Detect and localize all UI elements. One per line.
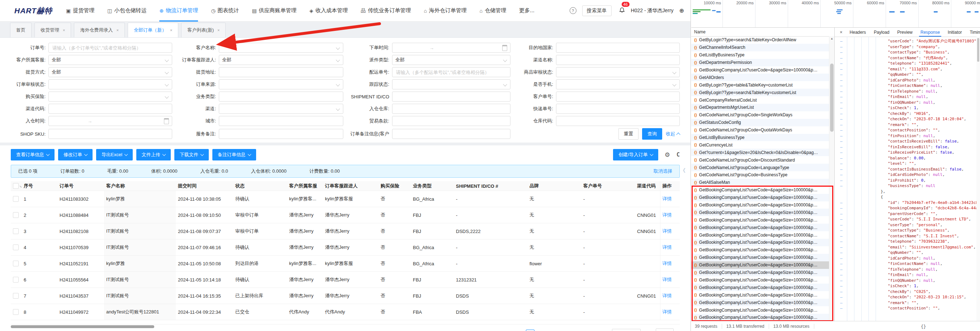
- input-channel-code[interactable]: [52, 106, 169, 112]
- request-row[interactable]: {}GetByLogin?Type=search&TableKey=OrderA…: [691, 36, 829, 44]
- request-row[interactable]: {}GetBookingCompanyList?userCode=&pageSi…: [691, 186, 829, 194]
- request-row[interactable]: {}GetBookingCompanyList?userCode=&pageSi…: [691, 231, 829, 239]
- tab-all-orders-new[interactable]: 全部订单（新）×: [128, 22, 178, 37]
- request-row[interactable]: {}GetBookingCompanyList?userCode=&pageSi…: [691, 209, 829, 216]
- table-row[interactable]: 2H2411088484IT测试账号2024-11-08 09:10:50审核中…: [11, 207, 680, 223]
- checkbox-icon[interactable]: [13, 245, 19, 250]
- request-row[interactable]: {}GetCodeNameList?groupCode=BusinessType: [691, 171, 829, 179]
- scrollbar-thumb[interactable]: [11, 325, 154, 328]
- detail-link[interactable]: 详情: [663, 309, 672, 315]
- search-button[interactable]: 查询: [642, 128, 662, 140]
- request-row[interactable]: {}GetAllSalseMan: [691, 179, 829, 186]
- field-tracking-status[interactable]: [392, 79, 511, 90]
- request-row[interactable]: {}GetCodeNameList?groupCode=SingleWorkDa…: [691, 111, 829, 119]
- field-cs-follower[interactable]: 全部: [219, 55, 343, 65]
- request-row[interactable]: {}GetBookingCompanyList?userCode=&pageSi…: [691, 224, 829, 231]
- close-icon[interactable]: ×: [116, 28, 118, 32]
- field-in-time[interactable]: →: [48, 116, 172, 126]
- tab-receiving[interactable]: 收货管理×: [35, 22, 71, 37]
- collapse-panel-icon[interactable]: 《: [680, 167, 686, 174]
- field-cs-owner[interactable]: 全部: [48, 55, 172, 65]
- checkbox-icon[interactable]: [13, 228, 19, 234]
- page-number[interactable]: 3: [549, 329, 557, 331]
- toolbar-button-0[interactable]: 查看订单信息: [11, 149, 54, 160]
- input-warehouse-in[interactable]: [395, 106, 507, 112]
- scrollbar-thumb[interactable]: [977, 38, 979, 62]
- select-all-checkbox[interactable]: [11, 181, 22, 191]
- detail-link[interactable]: 详情: [663, 260, 672, 267]
- request-row[interactable]: {}GetBookingCompanyList?userCode=&pageSi…: [691, 239, 829, 246]
- request-row[interactable]: {}GetBookingCompanyList?userCode=&pageSi…: [691, 299, 829, 306]
- request-row[interactable]: {}GetBookingCompanyList?userCode=&pageSi…: [691, 314, 829, 321]
- table-row[interactable]: 8H2411049972andyTest公司账号1228012024-11-04…: [11, 304, 680, 320]
- nav-item-pickup[interactable]: ▣提货管理: [66, 0, 94, 22]
- input-express-no[interactable]: [559, 106, 676, 112]
- gear-icon[interactable]: ⚙: [665, 151, 670, 159]
- detail-link[interactable]: 详情: [663, 293, 672, 299]
- refresh-icon[interactable]: C: [676, 152, 680, 158]
- field-trade-terms[interactable]: [392, 116, 511, 126]
- search-menu-button[interactable]: 搜索菜单: [582, 5, 612, 16]
- network-waterfall-overview[interactable]: 10000 ms20000 ms30000 ms40000 ms50000 ms…: [691, 0, 980, 28]
- devtools-tab-preview[interactable]: Preview: [894, 29, 916, 36]
- scroll-up-icon[interactable]: ▲: [830, 37, 833, 40]
- request-row[interactable]: {}GetBookingCompanyList?userCode=&pageSi…: [691, 284, 829, 291]
- request-row[interactable]: {}GetBookingCompanyList?userCode=&pageSi…: [691, 246, 829, 254]
- field-city[interactable]: [219, 116, 343, 126]
- field-pickup-method[interactable]: 全部: [48, 67, 172, 77]
- request-row[interactable]: {}GetDepartmentsPermission: [691, 59, 829, 66]
- request-row[interactable]: {}GetBookingCompanyList?userCode=&pageSi…: [691, 261, 829, 269]
- nav-item-supplier[interactable]: ▤供应商账单管理: [252, 0, 296, 22]
- request-row[interactable]: {}GetCurrencyeList: [691, 141, 829, 149]
- response-scrollbar[interactable]: [977, 37, 980, 321]
- toolbar-button-4[interactable]: 下载文件: [174, 149, 209, 160]
- close-icon[interactable]: ×: [837, 29, 845, 35]
- input-order-remark[interactable]: [395, 131, 507, 137]
- jump-page-input[interactable]: [656, 328, 674, 331]
- page-number[interactable]: 1: [526, 329, 535, 331]
- field-parcel-type[interactable]: 全部: [392, 55, 511, 65]
- checkbox-icon[interactable]: [13, 293, 19, 299]
- field-service-remark[interactable]: [219, 129, 343, 139]
- horizontal-scrollbar[interactable]: [11, 325, 680, 328]
- table-row[interactable]: 1H2411083302kylin梦雅2024-11-08 10:38:05待确…: [11, 191, 680, 207]
- detail-link[interactable]: 详情: [663, 228, 672, 234]
- request-row[interactable]: {}GetListByBusinessType: [691, 51, 829, 59]
- input-delivery-no[interactable]: [395, 69, 507, 75]
- table-row[interactable]: 4H2411070539IT测试账号2024-11-07 09:46:16待确认…: [11, 240, 680, 256]
- field-order-source[interactable]: [219, 79, 343, 90]
- input-trade-terms[interactable]: [395, 118, 507, 124]
- detail-link[interactable]: 详情: [663, 196, 672, 202]
- input-customer-no[interactable]: [559, 94, 676, 100]
- collapse-link[interactable]: 收起: [666, 131, 680, 137]
- request-row[interactable]: {}GetBookingCompanyList?userCode=&pageSi…: [691, 201, 829, 209]
- table-row[interactable]: 6H2411055564IT测试账号2024-11-05 10:14:18待确认…: [11, 272, 680, 288]
- detail-link[interactable]: 详情: [663, 212, 672, 218]
- devtools-tab-payload[interactable]: Payload: [870, 29, 893, 36]
- field-order-time[interactable]: →: [392, 43, 511, 53]
- table-row[interactable]: 3H2411082108IT测试账号2024-11-08 09:07:37审核中…: [11, 223, 680, 240]
- field-is-mobile[interactable]: [556, 79, 680, 90]
- input-channel-name[interactable]: [559, 57, 676, 63]
- input-order-no[interactable]: [52, 45, 169, 51]
- help-icon[interactable]: ?: [570, 7, 576, 14]
- tab-customer-list-new[interactable]: 客户列表(新)×: [181, 22, 226, 37]
- checkbox-icon[interactable]: [13, 261, 19, 266]
- input-dest-country[interactable]: [559, 45, 676, 51]
- nav-item-income[interactable]: ◈收入成本管理: [310, 0, 348, 22]
- cancel-selection-link[interactable]: 取消选择: [654, 168, 672, 174]
- checkbox-icon[interactable]: [13, 196, 19, 202]
- checkbox-icon[interactable]: [13, 277, 19, 283]
- request-row[interactable]: {}GetChannelInfo4Search: [691, 44, 829, 51]
- ellipsis[interactable]: •••: [583, 329, 592, 331]
- toolbar-button-1[interactable]: 修改订单: [58, 149, 92, 160]
- devtools-tab-timing[interactable]: Timing: [966, 29, 980, 36]
- request-row[interactable]: {}GetBookingCompanyList?userCode=&pageSi…: [691, 306, 829, 314]
- detail-link[interactable]: 详情: [663, 244, 672, 251]
- close-icon[interactable]: ×: [63, 28, 65, 32]
- chevron-down-icon[interactable]: [20, 184, 22, 187]
- input-shop-sku[interactable]: [52, 131, 169, 137]
- request-list-scrollbar[interactable]: ▲: [829, 36, 834, 321]
- nav-item-parcel[interactable]: ◫小包仓储转运: [107, 0, 146, 22]
- field-warehouse-in[interactable]: [392, 104, 511, 114]
